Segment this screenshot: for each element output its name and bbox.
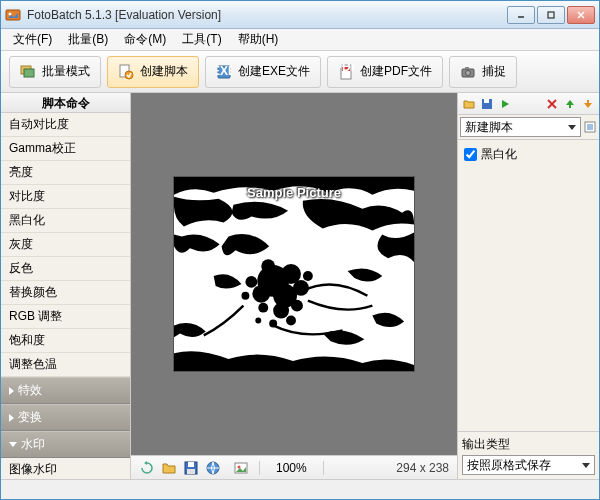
category-transform[interactable]: 变换 <box>1 404 130 431</box>
capture-button[interactable]: 捕捉 <box>449 56 517 88</box>
svg-point-25 <box>245 276 257 288</box>
chevron-right-icon <box>9 387 14 395</box>
menu-batch[interactable]: 批量(B) <box>60 29 116 50</box>
svg-rect-17 <box>465 67 469 69</box>
output-type-label: 输出类型 <box>462 436 595 453</box>
zoom-level[interactable]: 100% <box>259 461 324 475</box>
save-script-icon[interactable] <box>480 97 494 111</box>
capture-label: 捕捉 <box>482 63 506 80</box>
cmd-gamma[interactable]: Gamma校正 <box>1 137 130 161</box>
globe-icon[interactable] <box>205 460 221 476</box>
menubar: 文件(F) 批量(B) 命令(M) 工具(T) 帮助(H) <box>1 29 599 51</box>
minimize-button[interactable] <box>507 6 535 24</box>
create-pdf-label: 创建PDF文件 <box>360 63 432 80</box>
script-steps-list[interactable]: 黑白化 <box>458 140 599 431</box>
svg-rect-41 <box>484 99 489 103</box>
svg-rect-36 <box>187 469 195 474</box>
svg-point-27 <box>291 300 303 312</box>
svg-point-28 <box>258 303 268 313</box>
menu-tools[interactable]: 工具(T) <box>174 29 229 50</box>
cmd-threshold[interactable]: 黑白化 <box>1 209 130 233</box>
batch-mode-icon <box>20 64 36 80</box>
cmd-brightness[interactable]: 亮度 <box>1 161 130 185</box>
svg-rect-35 <box>188 462 194 467</box>
close-button[interactable] <box>567 6 595 24</box>
create-exe-label: 创建EXE文件 <box>238 63 310 80</box>
app-icon <box>5 7 21 23</box>
step-enabled-checkbox[interactable] <box>464 148 477 161</box>
sample-label: Sample Picture <box>247 185 341 200</box>
svg-text:EXE: EXE <box>216 64 232 78</box>
step-label: 黑白化 <box>481 146 517 163</box>
cmd-color-temp[interactable]: 调整色温 <box>1 353 130 377</box>
batch-mode-label: 批量模式 <box>42 63 90 80</box>
create-script-button[interactable]: 创建脚本 <box>107 56 199 88</box>
create-script-icon <box>118 64 134 80</box>
left-panel: 脚本命令 自动对比度 Gamma校正 亮度 对比度 黑白化 灰度 反色 替换颜色… <box>1 93 131 479</box>
create-pdf-icon: PDF <box>338 64 354 80</box>
run-script-icon[interactable] <box>498 97 512 111</box>
cmd-auto-contrast[interactable]: 自动对比度 <box>1 113 130 137</box>
capture-icon <box>460 64 476 80</box>
window-title: FotoBatch 5.1.3 [Evaluation Version] <box>27 8 507 22</box>
create-script-label: 创建脚本 <box>140 63 188 80</box>
right-panel: 新建脚本 黑白化 输出类型 按照原格式保存 <box>457 93 599 479</box>
svg-point-30 <box>241 292 249 300</box>
canvas[interactable]: Sample Picture <box>131 93 457 455</box>
script-commands-list[interactable]: 自动对比度 Gamma校正 亮度 对比度 黑白化 灰度 反色 替换颜色 RGB … <box>1 113 130 479</box>
create-exe-icon: EXE <box>216 64 232 80</box>
cmd-rgb-adjust[interactable]: RGB 调整 <box>1 305 130 329</box>
svg-point-33 <box>255 318 261 324</box>
preview-area: Sample Picture <box>131 93 457 479</box>
image-icon[interactable] <box>233 460 249 476</box>
script-toolbar <box>458 93 599 115</box>
statusbar <box>1 479 599 499</box>
script-properties-icon[interactable] <box>583 120 597 134</box>
chevron-down-icon <box>9 442 17 447</box>
script-commands-header: 脚本命令 <box>1 93 130 113</box>
cmd-contrast[interactable]: 对比度 <box>1 185 130 209</box>
svg-point-39 <box>238 465 241 468</box>
refresh-icon[interactable] <box>139 460 155 476</box>
main-toolbar: 批量模式 创建脚本 EXE 创建EXE文件 PDF 创建PDF文件 捕捉 <box>1 51 599 93</box>
category-effects[interactable]: 特效 <box>1 377 130 404</box>
cmd-invert[interactable]: 反色 <box>1 257 130 281</box>
svg-rect-7 <box>24 69 34 77</box>
sample-image: Sample Picture <box>173 176 415 372</box>
svg-point-24 <box>261 259 275 273</box>
cmd-image-watermark[interactable]: 图像水印 <box>1 458 130 479</box>
create-pdf-button[interactable]: PDF 创建PDF文件 <box>327 56 443 88</box>
svg-rect-3 <box>548 12 554 18</box>
titlebar: FotoBatch 5.1.3 [Evaluation Version] <box>1 1 599 29</box>
svg-point-21 <box>252 285 270 303</box>
cmd-replace-color[interactable]: 替换颜色 <box>1 281 130 305</box>
script-name-combo[interactable]: 新建脚本 <box>460 117 581 137</box>
move-up-icon[interactable] <box>563 97 577 111</box>
batch-mode-button[interactable]: 批量模式 <box>9 56 101 88</box>
svg-point-31 <box>286 316 296 326</box>
svg-point-26 <box>273 303 289 319</box>
svg-point-16 <box>466 70 471 75</box>
svg-point-29 <box>303 271 313 281</box>
cmd-grayscale[interactable]: 灰度 <box>1 233 130 257</box>
menu-command[interactable]: 命令(M) <box>116 29 174 50</box>
preview-statusbar: 100% 294 x 238 <box>131 455 457 479</box>
menu-help[interactable]: 帮助(H) <box>230 29 287 50</box>
chevron-right-icon <box>9 414 14 422</box>
maximize-button[interactable] <box>537 6 565 24</box>
delete-step-icon[interactable] <box>545 97 559 111</box>
svg-text:PDF: PDF <box>338 64 354 74</box>
script-step[interactable]: 黑白化 <box>462 144 595 165</box>
category-watermark[interactable]: 水印 <box>1 431 130 458</box>
menu-file[interactable]: 文件(F) <box>5 29 60 50</box>
save-icon[interactable] <box>183 460 199 476</box>
cmd-saturation[interactable]: 饱和度 <box>1 329 130 353</box>
image-dimensions: 294 x 238 <box>396 461 449 475</box>
move-down-icon[interactable] <box>581 97 595 111</box>
create-exe-button[interactable]: EXE 创建EXE文件 <box>205 56 321 88</box>
open-icon[interactable] <box>161 460 177 476</box>
output-type-combo[interactable]: 按照原格式保存 <box>462 455 595 475</box>
open-script-icon[interactable] <box>462 97 476 111</box>
